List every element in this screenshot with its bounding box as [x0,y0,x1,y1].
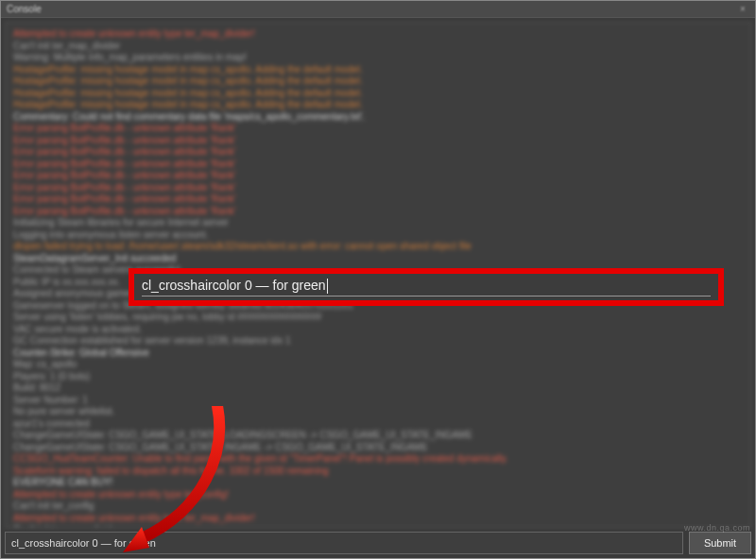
log-line: HostageProfile: missing hostage model in… [13,64,743,76]
tutorial-highlight-text: cl_crosshaircolor 0 — for green [142,278,326,293]
log-line: Map: cs_apollo [13,359,743,371]
text-caret [327,279,328,294]
log-line: Initializing Steam libraries for secure … [13,217,743,229]
log-line: dlopen failed trying to load: /home/user… [13,241,743,253]
log-line: VAC secure mode is activated. [13,324,743,336]
log-line: EVERYONE CAN BUY! [13,477,743,489]
log-line: HostageProfile: missing hostage model in… [13,88,743,100]
log-line: ChangeGameUIState: CSGO_GAME_UI_STATE_IN… [13,442,743,454]
input-row: Submit [5,532,751,554]
log-line: Error parsing BotProfile.db - unknown at… [13,159,743,171]
log-line: Error parsing BotProfile.db - unknown at… [13,170,743,182]
log-line: Server using 'listen' lobbies, requiring… [13,312,743,324]
log-line: Build: 8012 [13,382,743,395]
log-line: Error parsing BotProfile.db - unknown at… [13,135,743,147]
log-line: Error parsing BotProfile.db - unknown at… [13,123,743,135]
log-line: Attempted to create unknown entity type … [13,513,743,525]
log-line: Counter-Strike: Global Offensive [13,347,743,360]
log-line: Players: 1 (0 bots) [13,371,743,383]
close-icon[interactable]: × [736,3,749,16]
log-line: CCSGO_HudTeamCounter: Unable to find pan… [13,453,743,466]
log-line: Warning: Multiple info_map_parameters en… [13,52,743,64]
log-line: Error parsing BotProfile.db - unknown at… [13,146,743,159]
window-title: Console [7,4,736,14]
log-line: Can't init ter_map_divider [13,524,743,528]
log-line: SteamDatagramServer_Init succeeded [13,253,743,265]
log-line: Can't init ter_map_divider [13,41,743,53]
log-line: HostageProfile: missing hostage model in… [13,76,743,88]
tutorial-highlight: cl_crosshaircolor 0 — for green [129,268,724,306]
log-line: Error parsing BotProfile.db - unknown at… [13,194,743,206]
log-line: Error parsing BotProfile.db - unknown at… [13,206,743,218]
tutorial-highlight-input[interactable]: cl_crosshaircolor 0 — for green [142,278,711,296]
log-line: Commentary: Could not find commentary da… [13,111,743,124]
log-line: Scaleform warning: failed to dispatch al… [13,466,743,478]
log-line: GC Connection established for server ver… [13,335,743,347]
titlebar: Console × [1,1,755,18]
log-line: No pure server whitelist. [13,406,743,418]
console-input[interactable] [5,532,683,554]
log-line: Attempted to create unknown entity type … [13,28,743,41]
log-line: Error parsing BotProfile.db - unknown at… [13,182,743,195]
log-line: Server Number: 1 [13,395,743,407]
log-line: HostageProfile: missing hostage model in… [13,99,743,111]
submit-button[interactable]: Submit [689,532,751,554]
log-line: Logging into anonymous listen server acc… [13,229,743,242]
log-line: ChangeGameUIState: CSGO_GAME_UI_STATE_LO… [13,430,743,442]
log-line: azur1's connected [13,418,743,431]
watermark: www.dn.qa.com [684,523,750,533]
log-line: Attempted to create unknown entity type … [13,489,743,501]
log-line: Can't init ter_config [13,500,743,513]
